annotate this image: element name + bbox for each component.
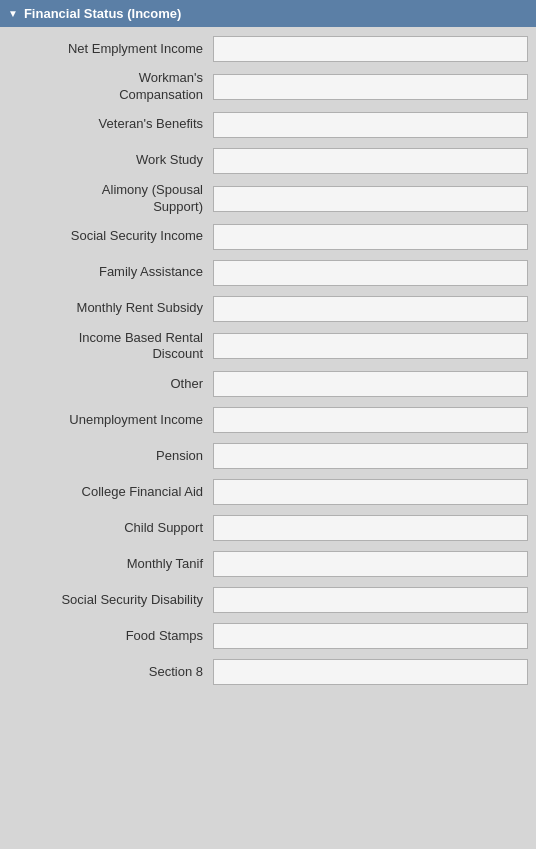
- label-food-stamps: Food Stamps: [8, 628, 213, 645]
- input-family-assistance[interactable]: [213, 260, 528, 286]
- panel-title: Financial Status (Income): [24, 6, 181, 21]
- label-pension: Pension: [8, 448, 213, 465]
- label-veterans-benefits: Veteran's Benefits: [8, 116, 213, 133]
- form-row-child-support: Child Support: [0, 510, 536, 546]
- input-food-stamps[interactable]: [213, 623, 528, 649]
- input-unemployment-income[interactable]: [213, 407, 528, 433]
- form-row-social-security-income: Social Security Income: [0, 219, 536, 255]
- input-section-8[interactable]: [213, 659, 528, 685]
- label-unemployment-income: Unemployment Income: [8, 412, 213, 429]
- form-row-work-study: Work Study: [0, 143, 536, 179]
- input-income-based-rental-discount[interactable]: [213, 333, 528, 359]
- label-work-study: Work Study: [8, 152, 213, 169]
- collapse-arrow[interactable]: ▼: [8, 8, 18, 19]
- label-alimony-spousal-support: Alimony (SpousalSupport): [8, 182, 213, 216]
- label-college-financial-aid: College Financial Aid: [8, 484, 213, 501]
- input-pension[interactable]: [213, 443, 528, 469]
- form-row-college-financial-aid: College Financial Aid: [0, 474, 536, 510]
- input-monthly-tanif[interactable]: [213, 551, 528, 577]
- input-workmans-compensation[interactable]: [213, 74, 528, 100]
- form-row-net-employment-income: Net Emplyment Income: [0, 31, 536, 67]
- input-net-employment-income[interactable]: [213, 36, 528, 62]
- form-row-family-assistance: Family Assistance: [0, 255, 536, 291]
- form-row-unemployment-income: Unemployment Income: [0, 402, 536, 438]
- panel-header: ▼ Financial Status (Income): [0, 0, 536, 27]
- form-row-income-based-rental-discount: Income Based RentalDiscount: [0, 327, 536, 367]
- form-row-food-stamps: Food Stamps: [0, 618, 536, 654]
- label-social-security-disability: Social Security Disability: [8, 592, 213, 609]
- input-other[interactable]: [213, 371, 528, 397]
- form-row-alimony-spousal-support: Alimony (SpousalSupport): [0, 179, 536, 219]
- form-row-social-security-disability: Social Security Disability: [0, 582, 536, 618]
- form-row-monthly-rent-subsidy: Monthly Rent Subsidy: [0, 291, 536, 327]
- input-child-support[interactable]: [213, 515, 528, 541]
- label-monthly-tanif: Monthly Tanif: [8, 556, 213, 573]
- form-row-workmans-compensation: Workman'sCompansation: [0, 67, 536, 107]
- form-row-pension: Pension: [0, 438, 536, 474]
- input-monthly-rent-subsidy[interactable]: [213, 296, 528, 322]
- label-other: Other: [8, 376, 213, 393]
- input-work-study[interactable]: [213, 148, 528, 174]
- label-section-8: Section 8: [8, 664, 213, 681]
- form-row-veterans-benefits: Veteran's Benefits: [0, 107, 536, 143]
- input-alimony-spousal-support[interactable]: [213, 186, 528, 212]
- input-veterans-benefits[interactable]: [213, 112, 528, 138]
- label-income-based-rental-discount: Income Based RentalDiscount: [8, 330, 213, 364]
- label-social-security-income: Social Security Income: [8, 228, 213, 245]
- input-college-financial-aid[interactable]: [213, 479, 528, 505]
- label-workmans-compensation: Workman'sCompansation: [8, 70, 213, 104]
- label-family-assistance: Family Assistance: [8, 264, 213, 281]
- panel-body: Net Emplyment IncomeWorkman'sCompansatio…: [0, 27, 536, 694]
- form-row-other: Other: [0, 366, 536, 402]
- label-monthly-rent-subsidy: Monthly Rent Subsidy: [8, 300, 213, 317]
- input-social-security-income[interactable]: [213, 224, 528, 250]
- form-row-section-8: Section 8: [0, 654, 536, 690]
- label-net-employment-income: Net Emplyment Income: [8, 41, 213, 58]
- form-row-monthly-tanif: Monthly Tanif: [0, 546, 536, 582]
- financial-status-panel: ▼ Financial Status (Income) Net Emplymen…: [0, 0, 536, 694]
- label-child-support: Child Support: [8, 520, 213, 537]
- input-social-security-disability[interactable]: [213, 587, 528, 613]
